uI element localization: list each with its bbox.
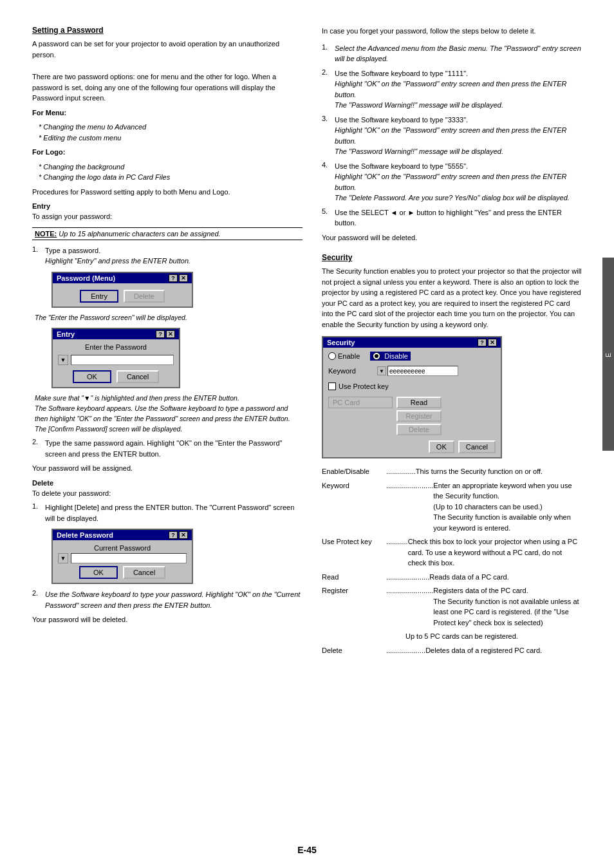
security-ok-btn[interactable]: OK [429,440,454,453]
forget-step-3-italic: Highlight "OK" on the "Password" entry s… [335,126,566,155]
security-dialog-close-btn[interactable]: ✕ [488,339,497,346]
delete-step-2-content: Use the Software keyboard to type your p… [45,589,302,610]
forget-step-3: 3. Use the Software keyboard to type "33… [322,115,582,157]
delete-step-2-num: 2. [32,589,42,610]
keyword-value: eeeeeeeeee [389,368,425,375]
current-password-label: Current Password [58,544,187,552]
right-column: In case you forget your password, follow… [322,26,582,659]
sidebar-bar-text: E [605,352,612,357]
delete-dialog-title-buttons: ? ✕ [169,531,188,539]
enter-screen-note: The "Enter the Password screen" will be … [35,313,302,323]
forget-step-4-content: Use the Software keyboard to type "5555"… [335,161,582,203]
enter-password-label: Enter the Password [58,343,174,351]
password-row: ▼ [58,355,174,365]
dialog-title-buttons: ? ✕ [169,274,188,282]
desc-key-keyword: Keyword [322,480,386,534]
desc-val-upto: Up to 5 PC cards can be registered. [405,631,582,642]
dialog-help-btn[interactable]: ? [169,274,178,282]
delete-dialog-title-bar: Delete Password ? ✕ [53,530,192,540]
security-dialog-title-text: Security [327,339,355,346]
delete-dialog-title-text: Delete Password [57,531,113,539]
read-btn[interactable]: Read [396,397,442,408]
desc-dots-delete: .................... [386,645,425,656]
entry-cancel-btn[interactable]: Cancel [116,370,159,383]
forget-step-3-num: 3. [322,115,332,157]
delete-password-field[interactable] [71,553,187,563]
desc-dots-register: ........................ [386,585,433,628]
disable-label: Disable [384,352,408,360]
security-dialog-help-btn[interactable]: ? [478,339,487,346]
logo-items: Changing the background Changing the log… [39,162,302,183]
enable-radio[interactable] [328,352,336,360]
enable-option[interactable]: Enable [328,352,360,360]
section1-title: Setting a Password [32,26,302,35]
dialog-delete-btn[interactable]: Delete [124,290,165,303]
delete-dialog-buttons: OK Cancel [58,566,187,579]
page-number: E-45 [297,845,317,855]
desc-val-register: Registers data of the PC card.The Securi… [433,585,582,628]
dialog-buttons-row: Entry Delete [58,290,187,303]
delete-label: Delete [32,479,302,487]
deleted-text: Your password will be deleted. [32,614,302,625]
forget-step-3-content: Use the Software keyboard to type "3333"… [335,115,582,157]
security-cancel-btn[interactable]: Cancel [458,440,496,453]
security-dialog-body: Enable Disable Keyword ▼ eeee [323,348,501,457]
desc-key-delete: Delete [322,645,386,656]
desc-dots-protect: ........... [386,536,408,569]
delete-step-1-content: Highlight [Delete] and press the ENTER b… [45,502,302,524]
step-1-content: Type a password. Highlight "Entry" and p… [45,245,191,267]
delete-step-2: 2. Use the Software keyboard to type you… [32,589,302,610]
use-protect-row: Use Protect key [328,382,496,390]
disable-radio[interactable] [373,352,380,360]
forget-step-5-num: 5. [322,207,332,229]
desc-val-delete: Deletes data of a registered PC card. [425,645,582,656]
forget-step-1-content: Select the Advanced menu from the Basic … [335,43,582,64]
forget-step-2-num: 2. [322,68,332,111]
forget-intro: In case you forget your password, follow… [322,26,582,37]
entry-dialog-close-btn[interactable]: ✕ [166,330,175,338]
delete-dialog-help-btn[interactable]: ? [169,531,178,539]
forget-step-4: 4. Use the Software keyboard to type "55… [322,161,582,203]
security-para: The Security function enables you to pro… [322,266,582,330]
pc-card-label: PC Card [328,397,393,408]
desc-val-keyword: Enter an appropriate keyword when you us… [433,480,582,534]
note-label: NOTE: [35,230,57,238]
password-arrow[interactable]: ▼ [58,355,68,365]
pc-card-area: PC Card Read Register Delete [328,397,496,435]
disable-option[interactable]: Disable [370,352,411,361]
desc-key-protect: Use Protect key [322,536,386,569]
dialog-entry-btn[interactable]: Entry [80,290,118,303]
desc-protect: Use Protect key ........... Check this b… [322,536,582,569]
desc-val-read: Reads data of a PC card. [429,572,582,583]
entry-dialog-body: Enter the Password ▼ OK Cancel [53,339,179,387]
section2-title: Security [322,253,582,262]
note-box: NOTE: Up to 15 alphanumeric characters c… [32,227,302,240]
delete-password-arrow[interactable]: ▼ [58,553,68,563]
dialog-close-btn[interactable]: ✕ [179,274,188,282]
delete-ok-btn[interactable]: OK [79,566,118,579]
keyword-label: Keyword [328,367,373,375]
delete-dialog-body: Current Password ▼ OK Cancel [53,540,192,583]
step-1: 1. Type a password. Highlight "Entry" an… [32,245,302,267]
keyword-input[interactable]: eeeeeeeeee [387,366,458,376]
for-logo-label: For Logo: [32,147,302,158]
security-dialog-title-buttons: ? ✕ [478,339,497,346]
step-2-content: Type the same password again. Highlight … [45,438,302,459]
delete-password-row: ▼ [58,553,187,563]
right-sidebar-bar: E [602,258,614,451]
forget-step-5: 5. Use the SELECT ◄ or ► button to highl… [322,207,582,229]
delete-cancel-btn[interactable]: Cancel [123,566,165,579]
sec-delete-btn[interactable]: Delete [396,424,442,435]
entry-label: Entry [32,202,302,210]
para3: Procedures for Password setting apply to… [32,187,302,198]
entry-dialog-help-btn[interactable]: ? [156,330,165,338]
desc-key-enable: Enable/Disable [322,466,386,477]
forget-step-4-italic: Highlight "OK" on the "Password" entry s… [335,173,570,202]
delete-dialog-close-btn[interactable]: ✕ [179,531,188,539]
protect-checkbox[interactable] [328,382,336,390]
register-btn[interactable]: Register [396,410,442,422]
password-field[interactable] [71,355,174,365]
entry-ok-btn[interactable]: OK [73,370,111,383]
entry-dialog-title-text: Entry [57,330,75,338]
keyword-arrow[interactable]: ▼ [377,366,386,375]
